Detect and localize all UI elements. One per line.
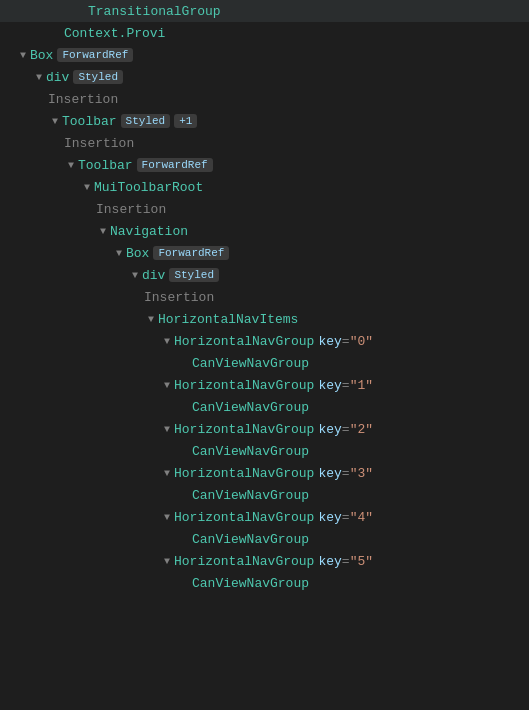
can-view-nav-group-0-item[interactable]: CanViewNavGroup [0,352,529,374]
insertion-3-label: Insertion [96,202,166,217]
horizontal-nav-group-1-label: HorizontalNavGroup [174,378,314,393]
div-styled-2-label: div [142,268,165,283]
arrow-icon[interactable] [48,116,62,127]
arrow-icon[interactable] [160,556,174,567]
plus-badge: +1 [174,114,197,128]
arrow-icon[interactable] [144,314,158,325]
arrow-icon[interactable] [160,424,174,435]
div-component-label: div [46,70,69,85]
key-attr-2: key="2" [318,422,373,437]
box-forwardref-2-label: Box [126,246,149,261]
arrow-icon[interactable] [96,226,110,237]
insertion-1-label: Insertion [48,92,118,107]
horizontal-nav-group-3-label: HorizontalNavGroup [174,466,314,481]
forwardref-badge-3: ForwardRef [153,246,229,260]
arrow-icon[interactable] [128,270,142,281]
arrow-icon[interactable] [160,512,174,523]
arrow-icon[interactable] [160,336,174,347]
horizontal-nav-group-5-label: HorizontalNavGroup [174,554,314,569]
can-view-nav-group-1-label: CanViewNavGroup [192,400,309,415]
navigation-label: Navigation [110,224,188,239]
horizontal-nav-group-5-item[interactable]: HorizontalNavGroup key="5" [0,550,529,572]
horizontal-nav-group-2-label: HorizontalNavGroup [174,422,314,437]
box-forwardref-2-item[interactable]: Box ForwardRef [0,242,529,264]
insertion-2-label: Insertion [64,136,134,151]
arrow-icon[interactable] [16,50,30,61]
key-attr-3: key="3" [318,466,373,481]
insertion-3-item: Insertion [0,198,529,220]
forwardref-badge: ForwardRef [57,48,133,62]
toolbar-styled-label: Toolbar [62,114,117,129]
horizontal-nav-group-0-label: HorizontalNavGroup [174,334,314,349]
muitoolbarroot-label: MuiToolbarRoot [94,180,203,195]
styled-badge: Styled [73,70,123,84]
div-styled-2-item[interactable]: div Styled [0,264,529,286]
can-view-nav-group-3-item[interactable]: CanViewNavGroup [0,484,529,506]
toolbar-styled-item[interactable]: Toolbar Styled +1 [0,110,529,132]
context-provider-label: Context.Provi [64,26,165,41]
box-forwardref-item[interactable]: Box ForwardRef [0,44,529,66]
can-view-nav-group-4-label: CanViewNavGroup [192,532,309,547]
horizontal-nav-group-4-label: HorizontalNavGroup [174,510,314,525]
insertion-1-item: Insertion [0,88,529,110]
muitoolbarroot-item[interactable]: MuiToolbarRoot [0,176,529,198]
can-view-nav-group-3-label: CanViewNavGroup [192,488,309,503]
transitional-group-label: TransitionalGroup [88,4,221,19]
arrow-icon[interactable] [80,182,94,193]
arrow-icon[interactable] [160,380,174,391]
navigation-item[interactable]: Navigation [0,220,529,242]
horizontal-nav-group-2-item[interactable]: HorizontalNavGroup key="2" [0,418,529,440]
insertion-4-label: Insertion [144,290,214,305]
arrow-icon[interactable] [32,72,46,83]
key-attr-0: key="0" [318,334,373,349]
key-attr-4: key="4" [318,510,373,525]
key-attr-5: key="5" [318,554,373,569]
arrow-icon[interactable] [112,248,126,259]
horizontal-nav-group-3-item[interactable]: HorizontalNavGroup key="3" [0,462,529,484]
arrow-icon[interactable] [64,160,78,171]
horizontal-nav-items-label: HorizontalNavItems [158,312,298,327]
horizontal-nav-items-item[interactable]: HorizontalNavItems [0,308,529,330]
can-view-nav-group-5-label: CanViewNavGroup [192,576,309,591]
component-tree: TransitionalGroup Context.Provi Box Forw… [0,0,529,598]
can-view-nav-group-2-label: CanViewNavGroup [192,444,309,459]
can-view-nav-group-2-item[interactable]: CanViewNavGroup [0,440,529,462]
styled-badge-3: Styled [169,268,219,282]
horizontal-nav-group-0-item[interactable]: HorizontalNavGroup key="0" [0,330,529,352]
toolbar-forwardref-label: Toolbar [78,158,133,173]
toolbar-forwardref-item[interactable]: Toolbar ForwardRef [0,154,529,176]
div-styled-item[interactable]: div Styled [0,66,529,88]
horizontal-nav-group-1-item[interactable]: HorizontalNavGroup key="1" [0,374,529,396]
can-view-nav-group-5-item[interactable]: CanViewNavGroup [0,572,529,594]
key-attr-1: key="1" [318,378,373,393]
can-view-nav-group-1-item[interactable]: CanViewNavGroup [0,396,529,418]
arrow-icon[interactable] [160,468,174,479]
box-component-label: Box [30,48,53,63]
can-view-nav-group-0-label: CanViewNavGroup [192,356,309,371]
insertion-2-item: Insertion [0,132,529,154]
horizontal-nav-group-4-item[interactable]: HorizontalNavGroup key="4" [0,506,529,528]
styled-badge-2: Styled [121,114,171,128]
context-provider-item[interactable]: Context.Provi [0,22,529,44]
forwardref-badge-2: ForwardRef [137,158,213,172]
can-view-nav-group-4-item[interactable]: CanViewNavGroup [0,528,529,550]
insertion-4-item: Insertion [0,286,529,308]
transitional-group-item[interactable]: TransitionalGroup [0,0,529,22]
